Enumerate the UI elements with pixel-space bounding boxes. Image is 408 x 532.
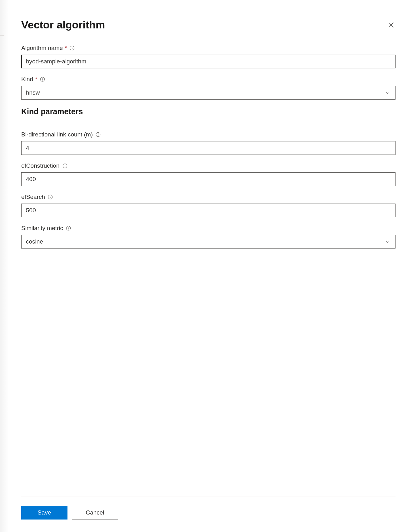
- panel-title: Vector algorithm: [21, 19, 105, 31]
- required-indicator: *: [35, 76, 37, 83]
- info-icon[interactable]: [66, 225, 71, 231]
- similarity-metric-label: Similarity metric: [21, 225, 396, 232]
- info-icon[interactable]: [47, 194, 53, 200]
- svg-point-16: [50, 196, 51, 196]
- info-icon[interactable]: [95, 132, 101, 137]
- cancel-button[interactable]: Cancel: [72, 506, 118, 520]
- svg-point-13: [65, 165, 65, 165]
- efsearch-label: efSearch: [21, 194, 396, 200]
- required-indicator: *: [65, 45, 67, 52]
- algorithm-name-label: Algorithm name *: [21, 45, 396, 52]
- algorithm-name-field: Algorithm name *: [21, 45, 396, 68]
- close-icon: [388, 22, 395, 28]
- bidirectional-link-count-label: Bi-directional link count (m): [21, 131, 396, 138]
- info-icon[interactable]: [62, 163, 68, 169]
- panel-header: Vector algorithm: [21, 19, 396, 31]
- info-icon[interactable]: [40, 76, 45, 82]
- kind-field: Kind * hnsw: [21, 76, 396, 100]
- svg-point-19: [68, 227, 69, 227]
- efsearch-field: efSearch: [21, 194, 396, 217]
- form-body: Algorithm name * Kind *: [21, 45, 396, 496]
- algorithm-name-input[interactable]: [21, 55, 396, 68]
- vector-algorithm-panel: Vector algorithm Algorithm name *: [9, 0, 408, 532]
- efsearch-input[interactable]: [21, 204, 396, 217]
- svg-point-4: [72, 47, 72, 47]
- panel-footer: Save Cancel: [21, 496, 396, 520]
- svg-point-7: [42, 78, 43, 78]
- bidirectional-link-count-field: Bi-directional link count (m): [21, 131, 396, 155]
- efconstruction-label: efConstruction: [21, 162, 396, 169]
- svg-point-10: [98, 133, 98, 134]
- kind-parameters-heading: Kind parameters: [21, 107, 396, 116]
- bidirectional-link-count-input[interactable]: [21, 141, 396, 155]
- kind-select[interactable]: hnsw: [21, 86, 396, 100]
- efconstruction-field: efConstruction: [21, 162, 396, 186]
- kind-label: Kind *: [21, 76, 396, 83]
- efconstruction-input[interactable]: [21, 172, 396, 186]
- similarity-metric-field: Similarity metric cosine: [21, 225, 396, 249]
- save-button[interactable]: Save: [21, 506, 67, 520]
- info-icon[interactable]: [69, 45, 75, 51]
- close-button[interactable]: [387, 21, 396, 29]
- similarity-metric-select[interactable]: cosine: [21, 235, 396, 249]
